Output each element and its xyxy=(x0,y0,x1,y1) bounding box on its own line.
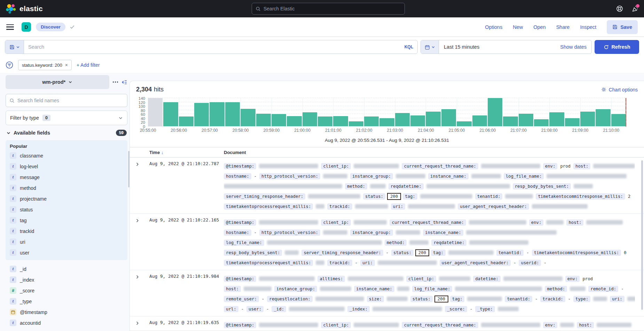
histogram-bar[interactable] xyxy=(611,114,626,126)
field-item-projectname[interactable]: tprojectname xyxy=(10,193,123,204)
add-filter-link[interactable]: + Add filter xyxy=(77,62,100,68)
histogram-bar[interactable] xyxy=(549,112,564,127)
menu-icon[interactable] xyxy=(6,24,14,30)
field-item-@timestamp[interactable]: @timestamp xyxy=(10,307,123,317)
x-axis-label: 21:07:00 xyxy=(510,128,527,133)
breadcrumb[interactable]: Discover xyxy=(36,23,65,31)
histogram-bar[interactable] xyxy=(333,116,348,126)
discover-app-badge[interactable]: D xyxy=(22,22,31,32)
remove-filter-icon[interactable]: × xyxy=(65,62,68,68)
field-item-user[interactable]: tuser xyxy=(10,247,123,258)
histogram-bar[interactable] xyxy=(488,98,502,126)
histogram-bar[interactable] xyxy=(364,116,379,126)
histogram-bar[interactable] xyxy=(210,102,224,126)
histogram-bar[interactable] xyxy=(519,114,533,126)
field-name-search-input[interactable] xyxy=(17,98,124,103)
inspect-link[interactable]: Inspect xyxy=(580,24,596,30)
histogram-bar[interactable] xyxy=(241,109,255,126)
expand-row-icon[interactable] xyxy=(130,274,144,314)
histogram-bar[interactable] xyxy=(272,114,286,126)
field-item-_id[interactable]: t_id xyxy=(10,264,123,274)
histogram-bar[interactable] xyxy=(565,118,580,126)
histogram-bar[interactable] xyxy=(225,102,240,126)
sort-descending-icon[interactable]: ↓ xyxy=(161,150,164,155)
quick-select-button[interactable] xyxy=(421,40,439,54)
save-button[interactable]: Save xyxy=(607,20,638,34)
chart-options-button[interactable]: Chart options xyxy=(601,87,638,92)
x-axis-label: 21:09:00 xyxy=(572,128,589,133)
filter-bar: status.keyword: 200 × + Add filter xyxy=(0,57,644,73)
histogram-bar[interactable] xyxy=(426,112,440,126)
field-pill: trackid: xyxy=(327,260,352,266)
redacted-value xyxy=(378,260,437,265)
field-item-_index[interactable]: t_index xyxy=(10,274,123,285)
field-item-tag[interactable]: ttag xyxy=(10,215,123,226)
x-axis-label: 21:04:00 xyxy=(418,128,434,133)
histogram-bar[interactable] xyxy=(256,114,271,126)
expand-row-icon[interactable] xyxy=(130,161,144,211)
histogram-bar[interactable] xyxy=(503,116,518,126)
histogram-bar[interactable] xyxy=(194,103,209,126)
filter-by-type[interactable]: Filter by type 0 xyxy=(6,111,127,125)
field-pill: uri: xyxy=(360,260,375,266)
histogram-bar[interactable] xyxy=(287,116,301,127)
filter-pill-status[interactable]: status.keyword: 200 × xyxy=(18,60,72,70)
elastic-brand[interactable]: elastic xyxy=(6,3,43,14)
histogram-bar[interactable] xyxy=(534,119,549,126)
histogram-bar[interactable] xyxy=(379,118,394,126)
histogram-bar[interactable] xyxy=(395,113,410,126)
table-scrollbar[interactable] xyxy=(641,160,643,310)
newsfeed-icon[interactable] xyxy=(631,5,638,12)
expand-row-icon[interactable] xyxy=(130,320,144,330)
filter-icon[interactable] xyxy=(6,61,13,69)
field-item-accountid[interactable]: taccountid xyxy=(10,317,123,328)
expand-row-icon[interactable] xyxy=(130,217,144,268)
new-link[interactable]: New xyxy=(513,24,523,30)
index-pattern-picker[interactable]: wm-prod* xyxy=(6,75,109,89)
refresh-button[interactable]: Refresh xyxy=(595,40,639,54)
notification-dot xyxy=(636,4,639,8)
histogram-bar[interactable] xyxy=(472,115,487,126)
histogram-bar[interactable] xyxy=(596,109,610,126)
field-item-log-level[interactable]: tlog-level xyxy=(10,161,123,172)
field-value: - xyxy=(241,307,244,312)
histogram-bar-partial[interactable] xyxy=(148,98,163,126)
field-pill: method: xyxy=(545,286,567,292)
options-link[interactable]: Options xyxy=(485,24,502,30)
share-link[interactable]: Share xyxy=(556,24,570,30)
saved-query-button[interactable] xyxy=(5,40,24,54)
global-search[interactable] xyxy=(252,3,405,15)
collapse-sidebar-icon[interactable] xyxy=(121,79,127,85)
available-fields-header[interactable]: Available fields 59 xyxy=(6,130,127,136)
open-link[interactable]: Open xyxy=(533,24,545,30)
redacted-value xyxy=(259,323,318,327)
field-pill: instance_group: xyxy=(350,229,393,236)
histogram-bar[interactable] xyxy=(163,102,178,126)
histogram-bar[interactable] xyxy=(349,121,363,126)
global-search-input[interactable] xyxy=(264,6,401,11)
field-item-uri[interactable]: turi xyxy=(10,236,123,247)
field-settings-icon[interactable] xyxy=(113,81,118,83)
histogram-bar[interactable] xyxy=(318,116,332,126)
document-line: @timestamp:alltimes:client_ip:datetime:e… xyxy=(224,274,635,284)
time-range-value[interactable]: Last 15 minutes xyxy=(439,44,484,50)
field-item-message[interactable]: tmessage xyxy=(10,172,123,183)
histogram-bar[interactable] xyxy=(441,109,456,126)
time-column-header[interactable]: Time ↓ xyxy=(144,150,224,155)
field-name-search[interactable] xyxy=(6,94,127,107)
field-item-_type[interactable]: t_type xyxy=(10,296,123,307)
field-item-_score[interactable]: #_score xyxy=(10,285,123,296)
histogram-bar[interactable] xyxy=(410,115,425,126)
histogram-bar[interactable] xyxy=(457,121,471,126)
field-item-status[interactable]: tstatus xyxy=(10,204,123,215)
field-item-trackid[interactable]: ttrackid xyxy=(10,226,123,236)
field-item-classname[interactable]: tclassname xyxy=(10,150,123,161)
histogram-bar[interactable] xyxy=(580,112,595,126)
show-dates-link[interactable]: Show dates xyxy=(560,44,591,50)
kql-button[interactable]: KQL xyxy=(400,45,417,49)
field-item-method[interactable]: tmethod xyxy=(10,183,123,193)
histogram-bar[interactable] xyxy=(303,112,317,127)
search-input[interactable] xyxy=(24,44,400,50)
help-icon[interactable] xyxy=(616,5,623,12)
histogram-bar[interactable] xyxy=(179,116,194,126)
